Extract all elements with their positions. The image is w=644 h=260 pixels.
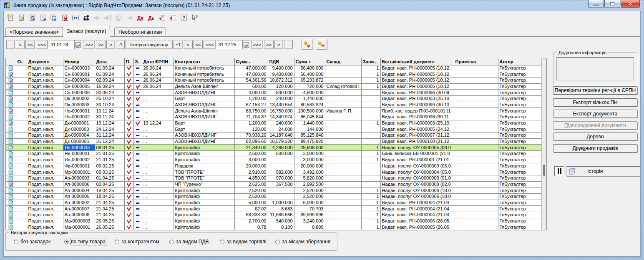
- pause-button[interactable]: [554, 166, 564, 176]
- close-button[interactable]: ✕: [621, 0, 640, 8]
- table-row[interactable]: Подат. накл.Ян-000000221.01.25. .Кріптол…: [6, 157, 541, 163]
- column-header-vat[interactable]: ПДВ: [268, 58, 294, 65]
- insert-document-icon[interactable]: [169, 14, 177, 22]
- history-button[interactable]: Історія: [566, 166, 641, 176]
- table-row[interactable]: Подат. накл.Дк-000000324.12.24. .Барт120…: [6, 126, 541, 132]
- date-nav-button-2[interactable]: <: [16, 40, 25, 49]
- table-row[interactable]: Подат. накл.Ап-000000418.04.25. .Кріптол…: [6, 188, 541, 194]
- radio-circle-icon[interactable]: [275, 240, 280, 244]
- table-row[interactable]: Подат. накл.Ян-000000121.01.25. .Кріптол…: [6, 151, 541, 157]
- date-nav-button-7[interactable]: >>: [96, 40, 106, 49]
- date-nav-button-19[interactable]: .: [284, 40, 293, 49]
- radio-1[interactable]: без закладок: [14, 239, 50, 245]
- table-row[interactable]: Подат. накл.Ян-000000308.01.25. .Кріптол…: [6, 145, 541, 151]
- column-header-erpn[interactable]: Дата ЄРПН: [142, 58, 174, 65]
- date-nav-button-16[interactable]: >>>: [251, 40, 263, 49]
- table-row[interactable]: Подат. накл.Но-000000110.11.24. .Дельта …: [6, 108, 541, 114]
- table-row[interactable]: Подат. накл.Ма-000000126.05.25. .Кріптол…: [6, 224, 541, 230]
- radio-2[interactable]: по типу товара: [64, 239, 106, 245]
- settings-check-button[interactable]: [302, 39, 313, 50]
- table-row[interactable]: Подат. накл.Ап-000000821.04.25. .Кріптол…: [6, 212, 541, 218]
- undo-posting-icon[interactable]: Дx: [136, 14, 145, 22]
- date-nav-button-11[interactable]: +1: [174, 40, 183, 49]
- date-from-input[interactable]: [49, 40, 74, 49]
- edit-document-icon[interactable]: [17, 14, 25, 22]
- table-row[interactable]: Подат. накл.Сн-000000301.09.2426.06.24Ко…: [6, 65, 541, 71]
- table-row[interactable]: Подат. накл.Но-000000230.11.24. .АЗОВІНВ…: [6, 114, 541, 120]
- column-width-icon[interactable]: [71, 14, 80, 22]
- date-nav-button-12[interactable]: <: [184, 40, 193, 49]
- help-icon[interactable]: ?: [180, 14, 188, 22]
- table-row[interactable]: Подат. накл.Ок-000000330.10.24. .АЗОВІНВ…: [6, 102, 541, 108]
- table-row[interactable]: Подат. накл.Ап-000000301.04.25. .ТОВ "ПР…: [6, 175, 541, 181]
- calendar-icon[interactable]: [242, 40, 250, 49]
- column-header-doc[interactable]: Документ: [27, 58, 63, 65]
- action-button-2[interactable]: Експорт кількох ПН: [553, 98, 637, 107]
- radio-circle-icon[interactable]: [169, 240, 174, 244]
- delete-document-icon[interactable]: [60, 14, 69, 22]
- copy-document-icon[interactable]: [50, 14, 58, 22]
- column-header-author[interactable]: Автор: [498, 58, 541, 65]
- radio-5[interactable]: за видом торгівлі: [220, 239, 266, 245]
- minimize-button[interactable]: [588, 0, 604, 8]
- date-nav-button-14[interactable]: <<<: [204, 40, 216, 49]
- column-header-o[interactable]: О..: [16, 58, 27, 65]
- table-row[interactable]: Подат. накл.Сн-000000101.09.2426.06.24Ко…: [6, 71, 541, 78]
- table-row[interactable]: Подат. накл.Ап-000000221.04.25. .Кріптол…: [6, 200, 541, 206]
- radio-circle-icon[interactable]: [115, 240, 119, 244]
- find-by-number-icon[interactable]: N: [82, 14, 91, 22]
- tab-3[interactable]: Необоротні активи: [114, 28, 166, 37]
- maximize-button[interactable]: [604, 0, 620, 8]
- column-header-s1[interactable]: Сума -: [234, 58, 268, 65]
- action-button-1[interactable]: Перевірити терміни рег-ції в ЄРПН: [553, 86, 637, 95]
- date-nav-button-4[interactable]: <<<: [36, 40, 48, 49]
- radio-6[interactable]: за місцем зберігання: [275, 239, 330, 245]
- column-header-icon[interactable]: [6, 58, 16, 65]
- table-row[interactable]: Подат. накл.Мр-000000105.03.25. .ТОВ "ПР…: [6, 169, 541, 175]
- column-header-z[interactable]: З.: [133, 58, 142, 65]
- action-button-5[interactable]: Дерево: [553, 132, 637, 141]
- table-row[interactable]: Подат. накл.Сн-000000402.09.2426.06.24Ко…: [6, 77, 541, 83]
- radio-4[interactable]: за видом ПДВ: [169, 239, 209, 245]
- radio-circle-icon[interactable]: [64, 240, 69, 244]
- date-nav-button-18[interactable]: >: [274, 40, 283, 49]
- vertical-scrollbar[interactable]: [541, 58, 546, 230]
- view-document-icon[interactable]: [28, 14, 36, 22]
- table-row[interactable]: Подат. накл.Дк-000000531.12.24. .АЗОВІНВ…: [6, 138, 541, 145]
- table-row[interactable]: Подат. накл.Сн-000000630.09.24. .АЗОВІНВ…: [6, 90, 541, 96]
- tab-1[interactable]: <Порожнє значення>: [5, 28, 63, 37]
- table-row[interactable]: Подат. накл.Ок-000000225.10.24. .Барт1,2…: [6, 95, 541, 102]
- calendar-icon[interactable]: [74, 40, 82, 49]
- table-row[interactable]: Подат. накл.Дк-000000119.12.2419.12.24Ба…: [6, 120, 541, 126]
- column-header-zal[interactable]: Зали...: [361, 58, 380, 65]
- column-header-sklad[interactable]: Склад: [325, 58, 361, 65]
- table-row[interactable]: Подат. накл.Ап-000000721.04.25. .Кріптол…: [6, 206, 541, 212]
- radio-circle-icon[interactable]: [220, 240, 224, 244]
- radio-3[interactable]: за контрагентом: [115, 239, 159, 245]
- column-header-num[interactable]: Номер: [63, 58, 95, 65]
- new-document-icon[interactable]: [6, 14, 15, 22]
- action-button-3[interactable]: Експорт документа: [553, 110, 637, 118]
- date-nav-button-13[interactable]: <<: [194, 40, 203, 49]
- date-nav-button-3[interactable]: <<: [25, 40, 35, 49]
- table-row[interactable]: Подат. накл.Сн-000000516.09.2426.06.24Де…: [6, 83, 541, 90]
- date-nav-button-1[interactable]: .: [6, 40, 15, 49]
- column-header-s2[interactable]: Сума +: [294, 58, 325, 65]
- date-to-input[interactable]: [217, 40, 242, 49]
- table-row[interactable]: Подат. накл.Дк-000000431.12.24. .АЗОВІНВ…: [6, 132, 541, 139]
- column-header-parent[interactable]: Батьківський документ: [380, 58, 454, 65]
- scrollbar-thumb[interactable]: [543, 165, 545, 176]
- column-header-p[interactable]: П.: [124, 58, 133, 65]
- action-button-6[interactable]: Друк книги продажів: [553, 144, 637, 152]
- column-header-date[interactable]: Дата: [95, 58, 124, 65]
- context-help-icon[interactable]: ?: [191, 14, 199, 22]
- settings-import-button[interactable]: [316, 39, 327, 50]
- new-copy-document-icon[interactable]: [39, 14, 47, 22]
- date-nav-button-6[interactable]: >>>: [83, 40, 95, 49]
- column-header-note[interactable]: Примітка: [454, 58, 498, 65]
- posting-icon[interactable]: Дк: [147, 14, 156, 22]
- date-nav-button-10[interactable]: Інтервал журналу: [126, 40, 173, 49]
- tab-2[interactable]: Запаси (послуги): [63, 26, 110, 37]
- date-nav-button-17[interactable]: >>: [264, 40, 274, 49]
- table-row[interactable]: Подат. накл.Ап-000000518.04.25. .Кріптол…: [6, 193, 541, 200]
